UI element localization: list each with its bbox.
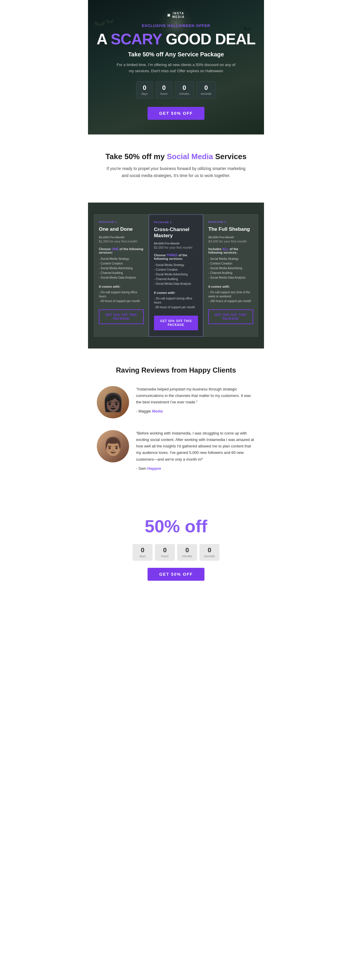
- bottom-cta-section: 50% off 0 days 0 hours 0 minutes 0 secon…: [88, 500, 264, 598]
- package-services-list: - Social Media Strategy- Content Creatio…: [154, 263, 198, 286]
- package-services-list: - Social Media Strategy- Content Creatio…: [99, 256, 144, 280]
- bottom-countdown-seconds: 0 seconds: [200, 544, 219, 561]
- services-description: If you're ready to propel your business …: [103, 165, 249, 180]
- logo-icon: ▣ INSTA MEDIA: [167, 13, 184, 17]
- package-name: The Full Shebang: [208, 226, 253, 232]
- service-item: - Social Media Advertising: [208, 266, 253, 271]
- review-quote: "Before working with Instamedia, I was s…: [136, 430, 255, 462]
- bottom-countdown-minutes: 0 minutes: [177, 544, 197, 561]
- package-choose: Choose THREE of the following services:: [154, 253, 198, 261]
- bottom-countdown-timer: 0 days 0 hours 0 minutes 0 seconds: [97, 544, 255, 561]
- package-name: One and Done: [99, 226, 144, 232]
- package-price: $2,000 Per Month: [99, 235, 144, 239]
- package-cta-button[interactable]: GET 50% OFF THIS PACKAGE: [154, 316, 198, 330]
- services-title-part2: Services: [213, 152, 246, 161]
- hero-title: A SCARY GOOD DEAL: [94, 31, 258, 48]
- package-includes-list: - On-call support during office hours- 4…: [99, 290, 144, 304]
- hero-scary-text: SCARY: [111, 30, 162, 48]
- countdown-seconds: 0 seconds: [196, 81, 216, 99]
- logo: ▣ INSTA MEDIA: [94, 12, 258, 19]
- reviews-section: Raving Reviews from Happy Clients 👩🏿 "In…: [88, 348, 264, 500]
- bottom-countdown-minutes-value: 0: [181, 547, 193, 554]
- include-item: - 160 hours of support per month: [208, 299, 253, 304]
- countdown-minutes: 0 minutes: [175, 81, 194, 99]
- service-item: - Social Media Data Analysis: [154, 282, 198, 286]
- countdown-days-value: 0: [141, 84, 149, 91]
- exclusive-label: Exclusive Halloween Offer: [94, 24, 258, 28]
- countdown-days-label: days: [141, 92, 149, 95]
- package-includes-list: - On-call support any time of the week o…: [208, 290, 253, 304]
- service-item: - Content Creation: [154, 267, 198, 272]
- package-card-3: PACKAGE 3 The Full Shebang $6,000 Per Mo…: [203, 214, 258, 337]
- countdown-hours-value: 0: [160, 84, 168, 91]
- packages-grid: PACKAGE 1 One and Done $2,000 Per Month …: [94, 214, 258, 337]
- service-item: - Social Media Strategy: [154, 263, 198, 267]
- services-section: Take 50% off my Social Media Services If…: [88, 134, 264, 203]
- package-cta-button[interactable]: GET 50% OFF THIS PACKAGE: [208, 309, 253, 324]
- package-comes-with: It comes with:: [154, 291, 198, 294]
- hero-description: For a limited time, I'm offering all new…: [114, 62, 238, 74]
- countdown-seconds-label: seconds: [201, 92, 211, 95]
- package-price: $6,000 Per Month: [208, 235, 253, 239]
- review-quote: "Instamedia helped jumpstart my business…: [136, 386, 255, 406]
- package-name: Cross-Channel Mastery: [154, 227, 198, 239]
- bottom-countdown-hours-value: 0: [159, 547, 171, 554]
- avatar-sam: 👨🏽: [97, 430, 129, 462]
- review-author: - Maggie Media: [136, 409, 255, 414]
- package-price: $4,000 Per Month: [154, 242, 198, 245]
- countdown-minutes-value: 0: [179, 84, 189, 91]
- service-item: - Channel Auditing: [208, 271, 253, 275]
- bottom-countdown-hours-label: hours: [159, 555, 171, 558]
- services-title: Take 50% off my Social Media Services: [97, 152, 255, 161]
- countdown-hours-label: hours: [160, 92, 168, 95]
- service-item: - Social Media Data Analysis: [208, 275, 253, 280]
- avatar-maggie: 👩🏿: [97, 386, 129, 418]
- include-item: - 80 hours of support per month: [154, 305, 198, 310]
- bottom-countdown-seconds-value: 0: [204, 547, 215, 554]
- author-highlight: Media: [152, 409, 163, 414]
- reviews-title: Raving Reviews from Happy Clients: [97, 366, 255, 374]
- include-item: - On-call support any time of the week o…: [208, 290, 253, 299]
- package-first-month: $1,000 for your first month!: [99, 240, 144, 243]
- review-author: - Sam Happee: [136, 466, 255, 471]
- hero-title-part1: A: [97, 30, 111, 48]
- package-first-month: $2,000 for your first month!: [154, 246, 198, 249]
- hero-subtitle: Take 50% off Any Service Package: [94, 51, 258, 58]
- review-item-2: 👨🏽 "Before working with Instamedia, I wa…: [97, 430, 255, 470]
- package-comes-with: It comes with:: [208, 285, 253, 288]
- bottom-countdown-days: 0 days: [133, 544, 152, 561]
- package-services-list: - Social Media Strategy- Content Creatio…: [208, 256, 253, 280]
- package-label: PACKAGE 2: [154, 221, 198, 224]
- package-first-month: $3,000 for your first month!: [208, 240, 253, 243]
- bottom-countdown-days-value: 0: [137, 547, 148, 554]
- bottom-countdown-minutes-label: minutes: [181, 555, 193, 558]
- countdown-timer: 0 days 0 hours 0 minutes 0 seconds: [94, 81, 258, 99]
- hero-cta-button[interactable]: GET 50% OFF: [147, 107, 205, 120]
- bottom-cta-button[interactable]: GET 50% OFF: [147, 568, 205, 581]
- review-item-1: 👩🏿 "Instamedia helped jumpstart my busin…: [97, 386, 255, 418]
- service-item: - Content Creation: [99, 261, 144, 266]
- service-item: - Social Media Data Analysis: [99, 275, 144, 280]
- review-content: "Instamedia helped jumpstart my business…: [136, 386, 255, 414]
- services-title-part1: Take 50% off my: [106, 152, 167, 161]
- service-item: - Social Media Advertising: [99, 266, 144, 271]
- service-item: - Channel Auditing: [99, 271, 144, 275]
- service-item: - Social Media Advertising: [154, 272, 198, 277]
- package-cta-button[interactable]: GET 50% OFF THIS PACKAGE: [99, 309, 144, 324]
- review-content: "Before working with Instamedia, I was s…: [136, 430, 255, 470]
- reviews-container: 👩🏿 "Instamedia helped jumpstart my busin…: [97, 386, 255, 470]
- bottom-countdown-days-label: days: [137, 555, 148, 558]
- package-label: PACKAGE 3: [208, 221, 253, 223]
- package-card-1: PACKAGE 1 One and Done $2,000 Per Month …: [94, 214, 149, 337]
- package-card-2: PACKAGE 2 Cross-Channel Mastery $4,000 P…: [149, 214, 204, 337]
- include-item: - On-call support during office hours: [154, 296, 198, 305]
- package-choose: Choose ONE of the following services:: [99, 247, 144, 254]
- countdown-minutes-label: minutes: [179, 92, 189, 95]
- service-item: - Social Media Strategy: [99, 256, 144, 261]
- service-item: - Channel Auditing: [154, 277, 198, 282]
- packages-section: PACKAGE 1 One and Done $2,000 Per Month …: [88, 202, 264, 348]
- bottom-countdown-seconds-label: seconds: [204, 555, 215, 558]
- service-item: - Social Media Strategy: [208, 256, 253, 261]
- author-highlight: Happee: [147, 466, 161, 471]
- include-item: - On-call support during office hours: [99, 290, 144, 299]
